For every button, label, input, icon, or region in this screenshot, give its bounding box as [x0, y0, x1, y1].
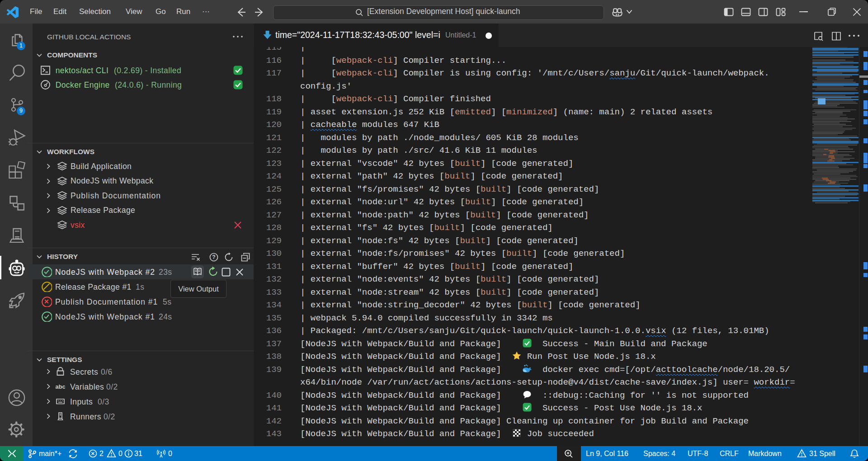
svg-text:?: ? — [212, 254, 215, 260]
svg-text:abc: abc — [56, 383, 65, 390]
